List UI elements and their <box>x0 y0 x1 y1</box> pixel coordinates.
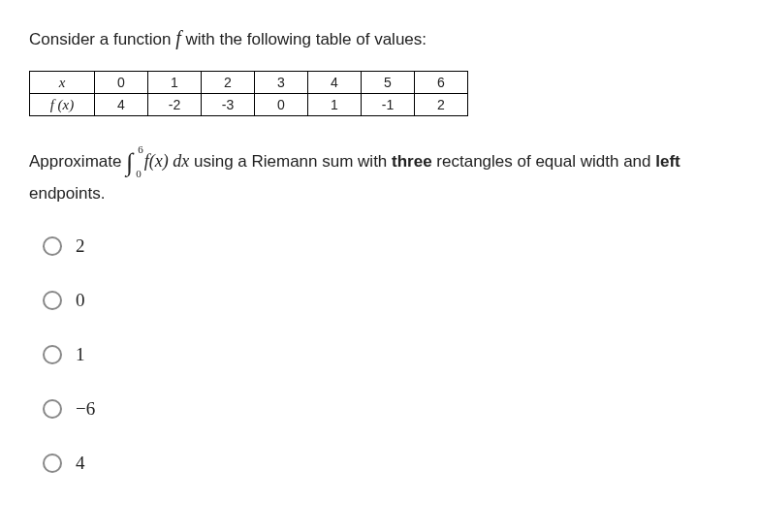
cell: 6 <box>415 72 468 94</box>
q-mid1: using a Riemann sum with <box>189 152 392 171</box>
intro-post: with the following table of values: <box>181 30 427 48</box>
radio-icon[interactable] <box>43 454 62 473</box>
cell: -3 <box>202 94 255 116</box>
intro-pre: Consider a function <box>29 30 175 48</box>
integrand: f(x) dx <box>144 151 189 171</box>
option-label: 0 <box>76 290 85 311</box>
integral-lower: 0 <box>136 166 142 182</box>
q-pre: Approximate <box>29 152 126 171</box>
option-row[interactable]: −6 <box>43 398 730 420</box>
integral-symbol: ∫60 <box>126 143 133 181</box>
cell: 0 <box>255 94 308 116</box>
cell: 2 <box>415 94 468 116</box>
radio-icon[interactable] <box>43 345 62 364</box>
problem-intro: Consider a function f with the following… <box>29 27 730 49</box>
cell: 0 <box>95 72 148 94</box>
option-row[interactable]: 4 <box>43 453 730 474</box>
cell: 3 <box>255 72 308 94</box>
option-row[interactable]: 1 <box>43 344 730 365</box>
question-text: Approximate ∫60 f(x) dx using a Riemann … <box>29 143 730 206</box>
option-label: 4 <box>76 453 85 474</box>
row-label-x: x <box>30 72 95 94</box>
table-row: x 0 1 2 3 4 5 6 <box>30 72 468 94</box>
cell: -2 <box>148 94 202 116</box>
option-label: 2 <box>76 235 85 257</box>
cell: 5 <box>362 72 415 94</box>
q-mid2: rectangles of equal width and <box>432 152 656 171</box>
cell: 1 <box>148 72 202 94</box>
option-label: 1 <box>76 344 85 365</box>
cell: 4 <box>308 72 362 94</box>
options-group: 2 0 1 −6 4 <box>29 235 730 474</box>
radio-icon[interactable] <box>43 291 62 310</box>
q-post: endpoints. <box>29 184 105 203</box>
cell: -1 <box>362 94 415 116</box>
radio-icon[interactable] <box>43 399 62 419</box>
cell: 2 <box>202 72 255 94</box>
q-bold1: three <box>392 152 432 171</box>
cell: 1 <box>308 94 362 116</box>
option-row[interactable]: 2 <box>43 235 730 257</box>
table-row: f (x) 4 -2 -3 0 1 -1 2 <box>30 94 468 116</box>
row-label-fx: f (x) <box>30 94 95 116</box>
cell: 4 <box>95 94 148 116</box>
values-table: x 0 1 2 3 4 5 6 f (x) 4 -2 -3 0 1 -1 2 <box>29 71 468 116</box>
radio-icon[interactable] <box>43 236 62 256</box>
option-row[interactable]: 0 <box>43 290 730 311</box>
integral-upper: 6 <box>138 141 143 158</box>
q-bold2: left <box>655 152 680 171</box>
option-label: −6 <box>76 398 95 420</box>
